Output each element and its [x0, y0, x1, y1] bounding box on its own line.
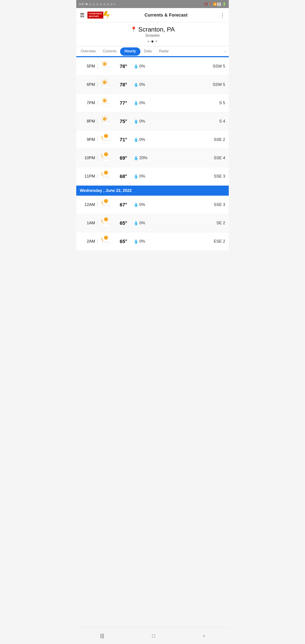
hour-row[interactable]: 6PM 78° 💧 0% SSW 5 [76, 76, 229, 94]
top-nav: ☰ EYEWITNESS WEATHER ⚡ Currents & Foreca… [76, 8, 229, 22]
hour-precipitation: 💧 20% [134, 156, 205, 160]
hour-row[interactable]: 8PM 75° 💧 0% S 4 [76, 112, 229, 130]
svg-line-34 [102, 103, 103, 103]
tab-daily[interactable]: Daily [140, 46, 156, 56]
day-header-wednesday: Wednesday , June 22, 2022 [76, 186, 229, 196]
weather-icon [98, 97, 113, 109]
precip-value: 20% [139, 156, 147, 160]
tabs-scroll-right-icon[interactable]: › [223, 47, 228, 56]
weather-icon [98, 170, 113, 182]
hour-wind: SSE 2 [205, 137, 225, 142]
hamburger-menu-icon[interactable]: ☰ [80, 12, 85, 18]
hour-temperature: 71° [113, 137, 134, 143]
hour-row[interactable]: 12AM 67° 💧 0% SSE 3 [76, 196, 229, 214]
hour-time: 2AM [80, 239, 98, 244]
hour-row[interactable]: 10PM 69° 💧 20% SSE 4 [76, 149, 229, 167]
hour-wind: SSE 4 [205, 156, 225, 160]
hour-row[interactable]: 7PM 77° 💧 0% S 5 [76, 94, 229, 112]
svg-rect-87 [103, 243, 110, 245]
rain-drop-icon: 💧 [134, 221, 138, 226]
tab-overview[interactable]: Overview [77, 46, 99, 56]
svg-line-5 [102, 62, 103, 62]
hour-row[interactable]: 2AM 65° 💧 0% ESE 2 [76, 232, 229, 251]
hour-time: 12AM [80, 202, 98, 207]
logo-line1: EYEWITNESS [89, 12, 102, 15]
precip-value: 0% [139, 100, 145, 105]
location-icon: 📍 [209, 2, 212, 6]
svg-rect-12 [103, 68, 110, 70]
hour-time: 10PM [80, 156, 98, 160]
hour-row[interactable]: 5PM 78° 💧 0% SSW 5 [76, 57, 229, 76]
hour-time: 1AM [80, 221, 98, 226]
hour-wind: SSE 3 [205, 174, 225, 179]
svg-point-0 [103, 62, 106, 66]
hour-time: 8PM [80, 119, 98, 124]
hour-row[interactable]: 9PM 71° 💧 0% SSE 2 [76, 130, 229, 149]
hour-precipitation: 💧 0% [134, 202, 205, 207]
svg-line-46 [107, 116, 107, 117]
rain-drop-icon: 💧 [134, 202, 138, 207]
svg-rect-75 [103, 206, 110, 208]
hour-precipitation: 💧 0% [134, 239, 205, 244]
weather-icon [98, 236, 113, 247]
svg-rect-81 [103, 225, 110, 227]
wifi-icon: 📶 [213, 2, 217, 6]
status-bar: 3:47 ❋ ⚠ ⚠ ⚠ ⚠ ⚠ ⚠ ⚠ • 🔇 📍 📶 ▌▌ 🔋 [76, 0, 229, 8]
svg-rect-38 [103, 104, 110, 106]
tab-radar[interactable]: Radar [156, 46, 172, 56]
svg-line-20 [107, 80, 107, 80]
page-dot-2[interactable] [152, 40, 154, 42]
signal-icon: ▌▌ [218, 2, 222, 6]
warning-icon: ⚠ [100, 2, 102, 6]
svg-point-53 [104, 134, 108, 138]
hour-wind: SSW 5 [205, 82, 225, 87]
svg-point-71 [104, 199, 108, 203]
svg-point-59 [104, 152, 108, 156]
tab-bar: Overview Currents Hourly Daily Radar › [76, 46, 229, 56]
hour-precipitation: 💧 0% [134, 137, 205, 142]
rain-drop-icon: 💧 [134, 100, 138, 106]
weather-icon [98, 152, 113, 164]
more-options-icon[interactable]: ⋮ [220, 12, 225, 18]
svg-line-8 [102, 66, 103, 67]
hour-wind: ESE 2 [205, 239, 225, 244]
hour-row[interactable]: 1AM 65° 💧 0% SE 2 [76, 214, 229, 232]
tab-hourly[interactable]: Hourly [120, 48, 140, 56]
page-title: Currents & Forecast [112, 12, 220, 18]
rain-drop-icon: 💧 [134, 64, 138, 69]
hour-temperature: 65° [113, 238, 134, 244]
hour-temperature: 78° [113, 64, 134, 69]
svg-point-26 [103, 99, 106, 102]
hourly-list: 5PM 78° 💧 0% SSW 5 6PM [76, 57, 229, 251]
hour-precipitation: 💧 0% [134, 174, 205, 179]
svg-rect-63 [103, 160, 110, 162]
hour-time: 7PM [80, 100, 98, 105]
svg-point-65 [104, 170, 108, 175]
rain-drop-icon: 💧 [134, 239, 138, 244]
hour-wind: S 4 [205, 119, 225, 124]
hour-wind: SSE 3 [205, 202, 225, 207]
hour-row[interactable]: 11PM 68° 💧 0% SSE 3 [76, 167, 229, 186]
location-section: 📍 Scranton, PA Scranton + [76, 22, 229, 46]
svg-line-31 [102, 98, 103, 99]
svg-point-39 [103, 117, 106, 121]
network-icon: ❋ [86, 2, 88, 6]
precip-value: 0% [139, 174, 145, 179]
add-location-icon[interactable]: + [155, 39, 158, 44]
status-left: 3:47 ❋ ⚠ ⚠ ⚠ ⚠ ⚠ ⚠ ⚠ • [79, 2, 115, 6]
warning-icon: ⚠ [110, 2, 113, 6]
precip-value: 0% [139, 221, 145, 226]
svg-rect-51 [103, 123, 110, 125]
rain-drop-icon: 💧 [134, 119, 138, 124]
page-dot-1[interactable] [148, 40, 150, 42]
svg-line-21 [102, 84, 103, 85]
rain-drop-icon: 💧 [134, 156, 138, 160]
hour-time: 11PM [80, 174, 98, 179]
page-dots: + [76, 39, 229, 44]
tab-currents[interactable]: Currents [99, 46, 120, 56]
weather-icon [98, 60, 113, 72]
svg-rect-57 [103, 141, 110, 143]
hour-temperature: 68° [113, 174, 134, 179]
time-display: 3:47 [79, 2, 84, 6]
hour-temperature: 78° [113, 82, 134, 88]
